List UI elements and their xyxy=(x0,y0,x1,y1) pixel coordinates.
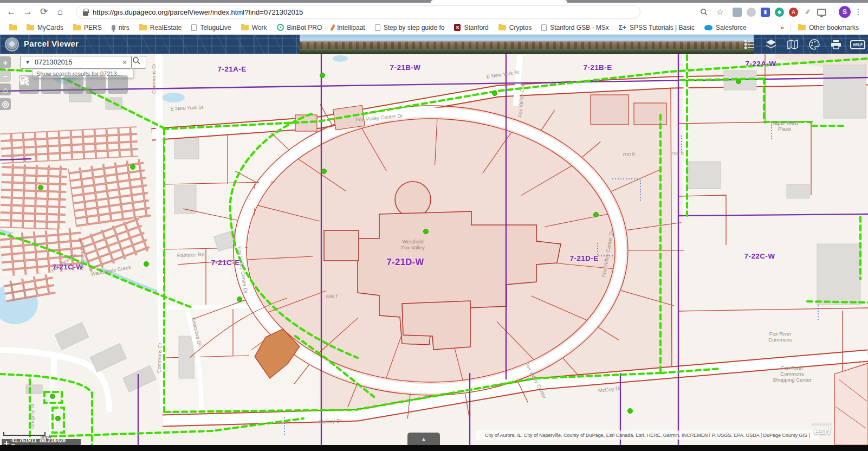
help-icon[interactable]: HELP xyxy=(851,37,865,51)
bookmark-label: SPSS Tutorials | Basic xyxy=(630,24,695,31)
folder-icon xyxy=(139,25,147,30)
address-bar[interactable]: https://gis.dupageco.org/parcelViewer/in… xyxy=(76,5,640,18)
other-bookmarks[interactable]: Other bookmarks xyxy=(793,22,864,34)
sigma-icon: Σ+ xyxy=(619,24,626,31)
bookmark-label: ntrs xyxy=(119,24,129,31)
legend-icon[interactable] xyxy=(742,37,756,51)
layers-icon[interactable] xyxy=(764,37,778,51)
bookmark-item[interactable]: BinBot PRO xyxy=(272,22,327,34)
bookmark-item[interactable]: MyCards xyxy=(22,22,68,34)
app-header: Parcel Viewer HELP xyxy=(0,35,868,54)
profile-avatar[interactable]: S xyxy=(839,6,851,18)
bookmark-item[interactable]: Σ+SPSS Tutorials | Basic xyxy=(614,22,699,34)
crosshair-icon xyxy=(4,441,9,446)
reload-button[interactable]: ⟳ xyxy=(36,4,52,20)
bookmark-label: Step by step guide fo xyxy=(384,24,445,31)
folder-icon xyxy=(798,25,806,30)
grayscale-photo-extension-icon[interactable] xyxy=(733,8,742,17)
salesforce-icon xyxy=(704,25,712,30)
page-icon xyxy=(541,24,547,31)
folder-icon xyxy=(9,25,17,30)
help-label: HELP xyxy=(850,40,866,49)
forward-button[interactable]: → xyxy=(20,4,36,20)
zoom-search-tool-icon[interactable] xyxy=(41,75,61,94)
bookmark-item[interactable]: RealEstate xyxy=(134,22,187,34)
folder-icon xyxy=(73,25,81,30)
diagonal-stripes-extension-icon[interactable]: ∕∕ xyxy=(803,8,812,17)
bookmark-label: Work xyxy=(252,24,267,31)
bookmark-item[interactable]: Cryptos xyxy=(494,22,536,34)
folder-icon xyxy=(498,25,506,30)
chrome-menu-icon[interactable]: ⋮ xyxy=(853,7,864,17)
bookmark-item[interactable]: PERS xyxy=(68,22,107,34)
page-icon xyxy=(191,24,197,31)
red-a-extension-icon[interactable]: A xyxy=(789,8,798,17)
basemap-palette-icon[interactable] xyxy=(807,37,821,51)
esri-logo: POWERED BY esri xyxy=(812,423,833,437)
folder-icon xyxy=(241,25,249,30)
browser-toolbar: ← → ⟳ ⌂ https://gis.dupageco.org/parcelV… xyxy=(0,3,868,21)
extensions-area: ▮◆A∕∕ xyxy=(733,8,826,17)
blue-bookmark-extension-icon[interactable]: ▮ xyxy=(761,8,770,17)
print-icon[interactable] xyxy=(829,37,843,51)
map-canvas[interactable]: 7-21A-E7-21B-W7-21B-E7-22A-W7-21C-W7-21C… xyxy=(0,54,868,445)
bookmark-label: RealEstate xyxy=(150,24,182,31)
bookmark-item[interactable]: SStanford xyxy=(449,22,493,34)
header-tools: HELP xyxy=(742,35,865,54)
bookmarks-bar: MyCardsPERSntrsRealEstateTeluguLiveWorkB… xyxy=(0,21,868,35)
bookmark-item[interactable]: Salesforce xyxy=(699,22,752,34)
lock-icon[interactable] xyxy=(83,9,88,16)
draw-tool-icon[interactable] xyxy=(86,75,106,94)
bookmark-label: MyCards xyxy=(37,24,63,31)
back-button[interactable]: ← xyxy=(3,4,20,20)
bookmark-label: Stanford GSB - MSx xyxy=(550,24,609,31)
search-input[interactable] xyxy=(35,59,118,66)
toolbar-right: ☆ ▮◆A∕∕ S ⋮ xyxy=(697,5,864,18)
coordinates-readout: 41.761911 -88.218428 Degrees xyxy=(2,439,81,445)
zoom-out-button[interactable]: − xyxy=(0,70,11,82)
bookmark-label: Salesforce xyxy=(716,24,747,31)
toolbar-divider xyxy=(834,7,834,17)
clear-search-icon[interactable]: × xyxy=(118,58,131,67)
search-button[interactable] xyxy=(132,56,146,69)
bookmarks-overflow-chevron[interactable]: » xyxy=(776,23,788,31)
bookmark-star-icon[interactable]: ☆ xyxy=(713,5,727,18)
select-tool-icon[interactable] xyxy=(63,75,83,94)
attribute-table-pull-tab[interactable]: ▲ xyxy=(407,433,440,445)
mic-icon xyxy=(112,25,115,30)
locate-button[interactable]: ◎ xyxy=(0,98,11,110)
search-type-dropdown[interactable]: ▼ xyxy=(21,56,35,68)
bookmark-item[interactable]: Step by step guide fo xyxy=(370,22,450,34)
bookmark-item[interactable] xyxy=(4,22,22,34)
zoom-icon[interactable] xyxy=(697,5,711,18)
url-text[interactable]: https://gis.dupageco.org/parcelViewer/in… xyxy=(93,8,303,16)
parcel-search-box[interactable]: ▼ × xyxy=(20,56,132,69)
bookmark-item[interactable]: Intellipaat xyxy=(327,22,370,34)
screen-share-extension-icon[interactable] xyxy=(817,9,826,16)
intellipaat-icon xyxy=(331,24,335,30)
swipe-map-icon[interactable] xyxy=(786,37,800,51)
binbot-icon xyxy=(277,24,284,31)
eraser-tool-icon[interactable] xyxy=(108,75,128,94)
map-attribution: City of Aurora, IL, City of Naperville, … xyxy=(476,430,819,440)
bookmarks-divider xyxy=(791,23,791,32)
bookmark-item[interactable]: Work xyxy=(236,22,272,34)
bookmark-label: PERS xyxy=(84,24,102,31)
map-tool-row: P xyxy=(19,75,128,94)
home-extent-button[interactable]: ⌂ xyxy=(0,83,11,95)
page-icon xyxy=(375,24,380,31)
home-button[interactable]: ⌂ xyxy=(52,4,68,20)
header-banner-photo xyxy=(300,35,754,54)
bookmark-label: TeluguLive xyxy=(200,24,231,31)
app-title: Parcel Viewer xyxy=(24,39,79,48)
bookmark-item[interactable]: Stanford GSB - MSx xyxy=(536,22,614,34)
gray-sphere-extension-icon[interactable] xyxy=(747,8,756,17)
teal-badge-extension-icon[interactable]: ◆ xyxy=(775,8,784,17)
bookmark-items: MyCardsPERSntrsRealEstateTeluguLiveWorkB… xyxy=(4,22,752,34)
bookmark-item[interactable]: TeluguLive xyxy=(186,22,236,34)
bookmark-item[interactable]: ntrs xyxy=(107,22,134,34)
bookmark-label: Stanford xyxy=(464,24,488,31)
bookmark-label: Cryptos xyxy=(509,24,532,31)
map-graphics xyxy=(0,54,868,445)
zoom-in-button[interactable]: + xyxy=(0,56,11,68)
